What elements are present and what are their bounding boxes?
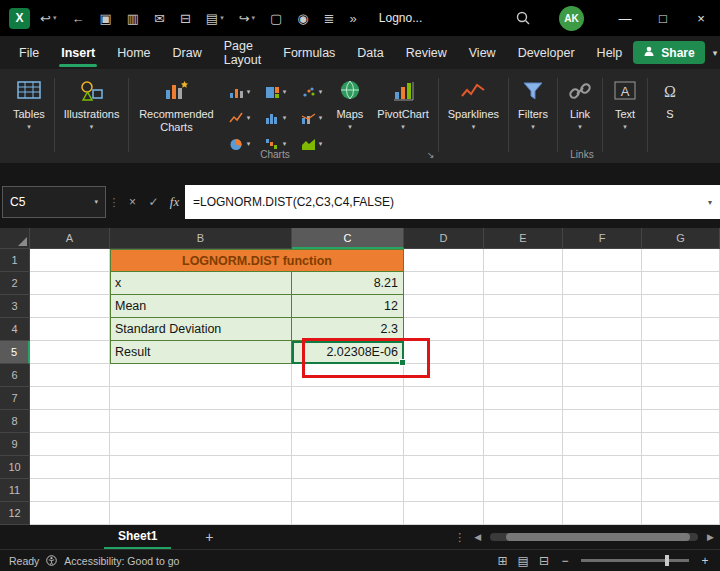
cell-E12[interactable]	[484, 502, 563, 525]
undo-icon[interactable]: ↩▾	[40, 11, 56, 26]
cell-D11[interactable]	[404, 479, 484, 502]
minimize-button[interactable]: —	[606, 0, 644, 36]
row-header-1[interactable]: 1	[0, 249, 30, 272]
recommended-charts-button[interactable]: Recommended Charts	[131, 76, 221, 136]
symbols-button[interactable]: Ω S	[650, 76, 690, 123]
cell-F7[interactable]	[563, 387, 642, 410]
cell-G1[interactable]	[642, 249, 720, 272]
link-button[interactable]: Link ▾	[560, 76, 600, 134]
cell-F12[interactable]	[563, 502, 642, 525]
column-header-D[interactable]: D	[404, 228, 484, 249]
select-all-button[interactable]	[0, 228, 30, 249]
column-header-E[interactable]: E	[484, 228, 563, 249]
avatar[interactable]: AK	[559, 6, 584, 31]
cell-F10[interactable]	[563, 456, 642, 479]
cell-B1-title[interactable]: LOGNORM.DIST function	[110, 249, 404, 272]
cell-F8[interactable]	[563, 410, 642, 433]
cell-C12[interactable]	[292, 502, 404, 525]
tab-developer[interactable]: Developer	[507, 36, 586, 69]
cell-C8[interactable]	[292, 410, 404, 433]
formula-bar-handle[interactable]: ⋮	[106, 185, 122, 219]
mail-icon[interactable]: ✉	[154, 11, 165, 26]
paste-icon[interactable]: ▤▾	[206, 11, 224, 26]
cell-G7[interactable]	[642, 387, 720, 410]
tab-data[interactable]: Data	[346, 36, 394, 69]
sheet-tab-sheet1[interactable]: Sheet1	[104, 525, 171, 549]
insert-line-chart-button[interactable]: ▾	[221, 105, 257, 131]
row-header-8[interactable]: 8	[0, 410, 30, 433]
more-commands-icon[interactable]: »	[350, 11, 357, 26]
cell-E11[interactable]	[484, 479, 563, 502]
cell-G11[interactable]	[642, 479, 720, 502]
excel-app-icon[interactable]: X	[9, 8, 30, 29]
column-header-F[interactable]: F	[563, 228, 642, 249]
column-header-B[interactable]: B	[110, 228, 292, 249]
cell-A1[interactable]	[30, 249, 110, 272]
tab-review[interactable]: Review	[395, 36, 458, 69]
tab-formulas[interactable]: Formulas	[272, 36, 346, 69]
cell-C7[interactable]	[292, 387, 404, 410]
cell-F9[interactable]	[563, 433, 642, 456]
cell-E8[interactable]	[484, 410, 563, 433]
copy-icon[interactable]: ▣	[99, 11, 111, 26]
cell-F2[interactable]	[563, 272, 642, 295]
cell-G10[interactable]	[642, 456, 720, 479]
horizontal-scrollbar-thumb[interactable]	[506, 533, 690, 541]
cell-A6[interactable]	[30, 364, 110, 387]
close-button[interactable]: ×	[682, 0, 720, 36]
cell-F3[interactable]	[563, 295, 642, 318]
zoom-slider-thumb[interactable]	[665, 555, 669, 566]
cell-E9[interactable]	[484, 433, 563, 456]
cell-D9[interactable]	[404, 433, 484, 456]
name-box[interactable]: C5 ▾	[2, 186, 106, 218]
chevron-down-icon[interactable]: ▾	[713, 48, 718, 58]
cell-B2[interactable]: x	[110, 272, 292, 295]
cell-A4[interactable]	[30, 318, 110, 341]
enter-icon[interactable]: ✓	[143, 185, 164, 219]
scroll-left-icon[interactable]: ◀	[474, 532, 481, 542]
cell-C2[interactable]: 8.21	[292, 272, 404, 295]
camera-icon[interactable]: ◉	[297, 11, 308, 26]
insert-hierarchy-chart-button[interactable]: ▾	[257, 79, 293, 105]
cell-G9[interactable]	[642, 433, 720, 456]
row-header-12[interactable]: 12	[0, 502, 30, 525]
cell-A7[interactable]	[30, 387, 110, 410]
page-break-view-icon[interactable]: ⊟	[539, 554, 549, 568]
row-header-6[interactable]: 6	[0, 364, 30, 387]
cell-E5[interactable]	[484, 341, 563, 364]
cell-B3[interactable]: Mean	[110, 295, 292, 318]
cell-B11[interactable]	[110, 479, 292, 502]
insert-column-chart-button[interactable]: ▾	[221, 79, 257, 105]
cell-E4[interactable]	[484, 318, 563, 341]
filters-button[interactable]: Filters ▾	[511, 76, 555, 134]
cell-F6[interactable]	[563, 364, 642, 387]
cell-A10[interactable]	[30, 456, 110, 479]
insert-statistic-chart-button[interactable]: ▾	[257, 105, 293, 131]
redo-icon[interactable]: ↪▾	[239, 11, 255, 26]
cell-D8[interactable]	[404, 410, 484, 433]
cell-B12[interactable]	[110, 502, 292, 525]
column-header-C[interactable]: C	[292, 228, 404, 249]
cell-D1[interactable]	[404, 249, 484, 272]
cell-A2[interactable]	[30, 272, 110, 295]
cell-B7[interactable]	[110, 387, 292, 410]
cancel-icon[interactable]: ×	[122, 185, 143, 219]
row-header-9[interactable]: 9	[0, 433, 30, 456]
cell-C11[interactable]	[292, 479, 404, 502]
cell-A3[interactable]	[30, 295, 110, 318]
cell-G5[interactable]	[642, 341, 720, 364]
cell-E3[interactable]	[484, 295, 563, 318]
cell-F1[interactable]	[563, 249, 642, 272]
add-sheet-button[interactable]: +	[205, 529, 213, 545]
cell-C3[interactable]: 12	[292, 295, 404, 318]
cell-B9[interactable]	[110, 433, 292, 456]
formula-bar-expand-icon[interactable]: ▾	[700, 185, 720, 219]
tables-button[interactable]: Tables ▾	[6, 76, 52, 134]
zoom-in-icon[interactable]: +	[699, 554, 711, 568]
insert-scatter-chart-button[interactable]: ▾	[293, 79, 329, 105]
tab-page-layout[interactable]: Page Layout	[213, 36, 273, 69]
row-header-7[interactable]: 7	[0, 387, 30, 410]
cell-G2[interactable]	[642, 272, 720, 295]
search-icon[interactable]	[515, 10, 531, 26]
book-icon[interactable]: ≣	[324, 11, 335, 26]
